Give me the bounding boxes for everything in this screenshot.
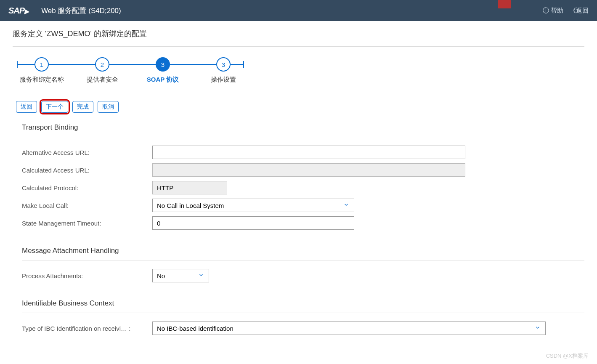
section-divider: [22, 313, 584, 313]
wizard-step-3[interactable]: 3 SOAP 协议: [156, 57, 170, 72]
local-call-label: Make Local Call:: [22, 202, 152, 209]
wizard-steps: 1 服务和绑定名称 2 提供者安全 3 SOAP 协议 3 操作设置: [13, 47, 584, 82]
wizard-end-cap: [243, 61, 244, 68]
alt-url-input[interactable]: [152, 146, 465, 159]
ibc-type-select[interactable]: No IBC-based identification: [152, 321, 546, 335]
step-number: 2: [95, 57, 109, 72]
app-title: Web 服务配置 (S4D;200): [41, 6, 121, 16]
step-number: 3: [216, 57, 231, 72]
finish-button[interactable]: 完成: [72, 101, 93, 113]
state-timeout-label: State Management Timeout:: [22, 220, 152, 227]
chevron-left-icon: 《: [570, 7, 574, 15]
step-label: SOAP 协议: [147, 76, 179, 84]
section-attachment-title: Message Attachment Handling: [22, 247, 584, 260]
wizard-connector: [231, 64, 243, 65]
back-button[interactable]: 返回: [16, 101, 37, 113]
back-link[interactable]: 《 返回: [570, 7, 589, 15]
wizard-connector: [170, 64, 216, 65]
wizard-connector: [109, 64, 156, 65]
step-label: 提供者安全: [87, 76, 118, 84]
calc-url-input: [152, 163, 465, 177]
help-icon: ⓘ: [543, 7, 549, 15]
ibc-type-label: Type of IBC Identification on receivi… :: [22, 325, 152, 332]
state-timeout-input[interactable]: [152, 216, 354, 230]
wizard-step-2[interactable]: 2 提供者安全: [95, 57, 109, 72]
calc-url-label: Calculated Access URL:: [22, 167, 152, 174]
calc-proto-label: Calculated Protocol:: [22, 184, 152, 191]
sap-logo: SAP▶: [8, 6, 29, 16]
local-call-select[interactable]: No Call in Local System: [152, 199, 354, 212]
section-ibc-title: Identifiable Business Context: [22, 299, 584, 313]
wizard-connector: [18, 64, 34, 65]
process-attach-label: Process Attachments:: [22, 272, 152, 279]
page-subtitle: 服务定义 'ZWS_DEMO' 的新绑定的配置: [13, 29, 584, 47]
top-header: SAP▶ Web 服务配置 (S4D;200) ⓘ 帮助 《 返回: [0, 0, 597, 21]
wizard-step-4[interactable]: 3 操作设置: [216, 57, 231, 72]
step-label: 操作设置: [211, 76, 236, 84]
section-divider: [22, 260, 584, 260]
help-link[interactable]: ⓘ 帮助: [543, 7, 563, 15]
step-number: 3: [156, 57, 170, 72]
step-number: 1: [34, 57, 49, 72]
calc-proto-input: [152, 181, 227, 194]
section-transport-title: Transport Binding: [22, 123, 584, 137]
back-label: 返回: [576, 7, 589, 15]
step-label: 服务和绑定名称: [20, 76, 64, 84]
wizard-connector: [49, 64, 95, 65]
wizard-step-1[interactable]: 1 服务和绑定名称: [34, 57, 49, 72]
alt-url-label: Alternative Access URL:: [22, 149, 152, 156]
help-label: 帮助: [551, 7, 563, 15]
process-attach-select[interactable]: No: [152, 269, 209, 282]
cancel-button[interactable]: 取消: [98, 101, 119, 113]
next-button[interactable]: 下一个: [41, 101, 68, 113]
section-divider: [22, 137, 584, 137]
notification-badge[interactable]: [498, 0, 511, 8]
